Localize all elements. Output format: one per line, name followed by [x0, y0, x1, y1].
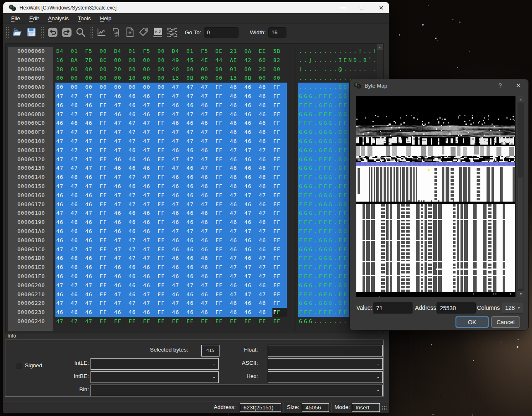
- hex-byte[interactable]: 46: [70, 200, 84, 209]
- hex-byte[interactable]: 46: [186, 173, 200, 182]
- ascii-char[interactable]: .: [333, 128, 338, 137]
- hex-byte[interactable]: 47: [113, 200, 128, 209]
- hex-byte[interactable]: 46: [229, 101, 243, 110]
- ascii-char[interactable]: F: [303, 200, 308, 209]
- hex-byte[interactable]: 47: [128, 173, 142, 182]
- hex-byte[interactable]: FF: [215, 191, 229, 200]
- ascii-char[interactable]: F: [303, 236, 308, 245]
- ascii-char[interactable]: G: [318, 101, 323, 110]
- hex-byte[interactable]: 46: [200, 218, 215, 227]
- ascii-char[interactable]: G: [328, 245, 333, 254]
- hex-byte[interactable]: FF: [272, 209, 287, 218]
- ascii-char[interactable]: F: [308, 200, 313, 209]
- hex-byte[interactable]: FF: [272, 155, 287, 164]
- hex-byte[interactable]: FF: [243, 317, 258, 326]
- ascii-char[interactable]: G: [328, 290, 333, 299]
- goto-input[interactable]: [204, 27, 239, 38]
- ascii-char[interactable]: G: [303, 92, 308, 101]
- hex-byte[interactable]: 46: [70, 173, 84, 182]
- ascii-char[interactable]: .: [343, 65, 348, 74]
- hex-byte[interactable]: 47: [171, 83, 186, 92]
- hex-field[interactable]: -: [268, 371, 383, 383]
- ascii-char[interactable]: .: [303, 83, 308, 92]
- intle-field[interactable]: -: [91, 358, 219, 370]
- hex-byte[interactable]: 47: [84, 299, 99, 308]
- ascii-char[interactable]: .: [333, 227, 338, 236]
- ascii-char[interactable]: F: [318, 308, 323, 317]
- ascii-char[interactable]: G: [308, 182, 313, 191]
- hex-byte[interactable]: 46: [55, 218, 70, 227]
- ascii-char[interactable]: G: [303, 182, 308, 191]
- ascii-char[interactable]: .: [318, 47, 323, 56]
- ascii-char[interactable]: .: [358, 56, 363, 65]
- hex-byte[interactable]: 46: [84, 254, 99, 263]
- tags-button[interactable]: [137, 25, 151, 39]
- ascii-char[interactable]: .: [333, 281, 338, 290]
- hex-byte[interactable]: FF: [215, 155, 229, 164]
- hex-byte[interactable]: FF: [200, 317, 215, 326]
- ascii-char[interactable]: .: [353, 65, 358, 74]
- hex-byte[interactable]: 46: [70, 290, 84, 299]
- window-resize-grip[interactable]: [382, 406, 387, 411]
- ascii-char[interactable]: .: [313, 83, 318, 92]
- hex-byte[interactable]: 46: [70, 191, 84, 200]
- hex-byte[interactable]: FF: [157, 92, 171, 101]
- ascii-char[interactable]: G: [298, 155, 303, 164]
- hex-byte[interactable]: 47: [186, 92, 200, 101]
- hex-byte[interactable]: FF: [272, 200, 287, 209]
- hex-byte[interactable]: 46: [243, 299, 258, 308]
- hex-byte[interactable]: 46: [84, 218, 99, 227]
- hex-byte[interactable]: 46: [84, 263, 99, 272]
- ascii-char[interactable]: .: [313, 299, 318, 308]
- ascii-char[interactable]: .: [313, 146, 318, 155]
- ascii-char[interactable]: G: [343, 128, 348, 137]
- ascii-char[interactable]: F: [328, 308, 333, 317]
- bytemap-scrollbar[interactable]: ▲ ▼: [518, 96, 524, 297]
- hex-byte[interactable]: FF: [215, 245, 229, 254]
- ascii-char[interactable]: F: [343, 209, 348, 218]
- hex-byte[interactable]: 00: [157, 56, 171, 65]
- ascii-char[interactable]: G: [343, 92, 348, 101]
- hex-byte[interactable]: FF: [272, 245, 287, 254]
- hex-byte[interactable]: 47: [142, 299, 157, 308]
- hex-byte[interactable]: 46: [258, 281, 272, 290]
- hex-byte[interactable]: FF: [99, 155, 113, 164]
- hex-byte[interactable]: FF: [215, 254, 229, 263]
- hex-byte[interactable]: FF: [215, 236, 229, 245]
- ascii-char[interactable]: .: [333, 101, 338, 110]
- hex-byte[interactable]: 46: [113, 92, 128, 101]
- hex-byte[interactable]: 47: [84, 128, 99, 137]
- ascii-char[interactable]: G: [318, 200, 323, 209]
- hex-byte[interactable]: 46: [229, 182, 243, 191]
- ascii-char[interactable]: .: [313, 164, 318, 173]
- ascii-char[interactable]: F: [323, 218, 328, 227]
- hex-byte[interactable]: F5: [200, 47, 215, 56]
- ascii-char[interactable]: F: [328, 92, 333, 101]
- ascii-char[interactable]: F: [308, 272, 313, 281]
- hex-byte[interactable]: 47: [186, 128, 200, 137]
- hex-byte[interactable]: 47: [258, 254, 272, 263]
- ascii-char[interactable]: F: [318, 227, 323, 236]
- save-button[interactable]: [24, 25, 38, 39]
- hex-byte[interactable]: 46: [171, 209, 186, 218]
- hex-byte[interactable]: FF: [215, 110, 229, 119]
- hex-byte[interactable]: 46: [186, 299, 200, 308]
- hex-byte[interactable]: FF: [99, 299, 113, 308]
- hex-byte[interactable]: 46: [171, 236, 186, 245]
- ascii-char[interactable]: G: [308, 245, 313, 254]
- ascii-char[interactable]: F: [338, 254, 343, 263]
- hex-byte[interactable]: 00: [142, 56, 157, 65]
- hex-byte[interactable]: FF: [157, 290, 171, 299]
- hex-byte[interactable]: FF: [99, 173, 113, 182]
- hex-byte[interactable]: 46: [243, 200, 258, 209]
- hex-byte[interactable]: FF: [215, 218, 229, 227]
- hex-byte[interactable]: FF: [157, 191, 171, 200]
- hex-byte[interactable]: 46: [70, 218, 84, 227]
- hex-byte[interactable]: 00: [113, 56, 128, 65]
- hex-byte[interactable]: 46: [55, 272, 70, 281]
- ascii-char[interactable]: G: [343, 227, 348, 236]
- ascii-char[interactable]: F: [308, 308, 313, 317]
- ascii-char[interactable]: F: [328, 281, 333, 290]
- hex-byte[interactable]: 47: [113, 299, 128, 308]
- ascii-char[interactable]: F: [328, 227, 333, 236]
